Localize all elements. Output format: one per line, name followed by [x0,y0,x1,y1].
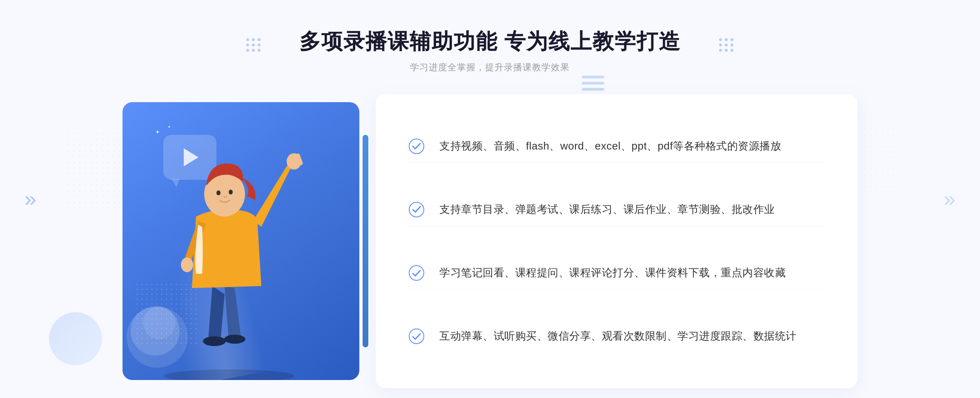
check-icon-2 [408,201,425,218]
header-dots-right [719,38,734,52]
feature-text-3: 学习笔记回看、课程提问、课程评论打分、课件资料下载，重点内容收藏 [439,264,786,282]
page-main-title: 多项录播课辅助功能 专为线上教学打造 [299,29,681,54]
checkmark-svg-1 [412,143,421,150]
page-container: » » 多项录播课辅助功能 专为线上教学打造 [0,0,980,398]
checkmark-svg-3 [412,270,421,277]
feature-text-2: 支持章节目录、弹题考试、课后练习、课后作业、章节测验、批改作业 [439,201,775,218]
chevron-right-decoration: » [944,187,956,211]
svg-point-1 [203,336,226,346]
check-icon-3 [408,265,425,281]
feature-text-4: 互动弹幕、试听购买、微信分享、观看次数限制、学习进度跟踪、数据统计 [439,328,797,345]
feature-item-2: 支持章节目录、弹题考试、课后练习、课后作业、章节测验、批改作业 [408,194,825,226]
content-wrapper: ✦ ✦ [122,94,858,388]
header-section: 多项录播课辅助功能 专为线上教学打造 学习进度全掌握，提升录播课教学效果 [299,0,681,74]
feature-text-1: 支持视频、音频、flash、word、excel、ppt、pdf等各种格式的资源… [439,138,781,155]
check-circle-4 [409,329,424,344]
check-circle-1 [409,139,424,154]
svg-point-2 [224,335,245,344]
check-icon-4 [408,328,425,344]
page-sub-title: 学习进度全掌握，提升录播课教学效果 [299,61,681,74]
checkmark-svg-4 [412,333,421,340]
chevron-left-decoration: » [24,187,36,211]
svg-point-0 [163,369,294,380]
bottom-left-deco-circle [49,312,102,365]
feature-item-3: 学习笔记回看、课程提问、课程评论打分、课件资料下载，重点内容收藏 [408,257,825,289]
svg-point-9 [216,190,220,195]
blue-vertical-bar [363,135,368,347]
feature-item-4: 互动弹幕、试听购买、微信分享、观看次数限制、学习进度跟踪、数据统计 [408,320,825,352]
left-illustration-card: ✦ ✦ [122,102,359,380]
deco-large-circle [127,306,188,368]
svg-point-8 [229,190,233,195]
check-icon-1 [408,138,425,154]
header-dots-left [246,38,261,52]
feature-item-1: 支持视频、音频、flash、word、excel、ppt、pdf等各种格式的资源… [408,130,825,163]
check-circle-2 [409,202,424,217]
check-circle-3 [409,265,424,281]
svg-point-5 [181,257,193,272]
checkmark-svg-2 [412,206,421,213]
right-features-panel: 支持视频、音频、flash、word、excel、ppt、pdf等各种格式的资源… [376,94,858,388]
